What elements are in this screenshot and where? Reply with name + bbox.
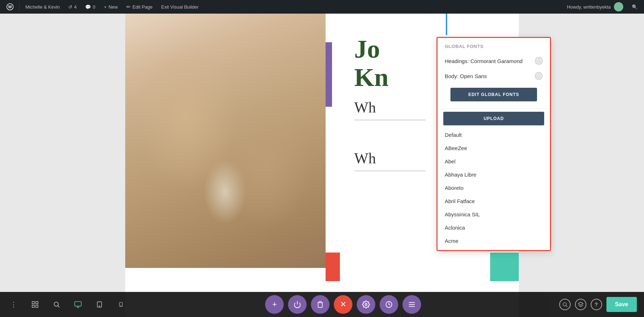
font-item-aclonica[interactable]: Aclonica bbox=[438, 221, 550, 234]
revisions-icon: ↺ bbox=[68, 4, 72, 10]
toolbar-center: + ✕ bbox=[265, 295, 421, 314]
howdy-label: Howdy, writtenbyekta bbox=[567, 4, 611, 10]
body-globe-icon[interactable] bbox=[535, 72, 543, 80]
admin-search-btn[interactable]: 🔍 bbox=[628, 0, 641, 14]
svg-line-9 bbox=[58, 306, 60, 308]
revisions-count: 4 bbox=[74, 4, 77, 10]
font-panel-header: Global Fonts Headings: Cormorant Garamon… bbox=[438, 38, 550, 109]
font-item-default[interactable]: Default bbox=[438, 128, 550, 141]
site-name[interactable]: Michelle & Kevin bbox=[22, 0, 63, 14]
admin-bar-right: Howdy, writtenbyekta 🔍 bbox=[563, 0, 641, 14]
page-canvas: ⋮ ⋮ Jo Kn Wh 12, 2025 4:00pm Wh bbox=[125, 14, 519, 317]
pencil-icon: ✏ bbox=[126, 4, 131, 10]
divider-2 bbox=[354, 170, 426, 171]
exit-builder-btn[interactable]: Exit Visual Builder bbox=[158, 0, 203, 14]
toolbar-grid-btn[interactable] bbox=[29, 298, 42, 311]
toolbar-close-btn[interactable]: ✕ bbox=[334, 295, 352, 314]
svg-rect-7 bbox=[36, 305, 38, 307]
hands-photo bbox=[125, 14, 326, 268]
toolbar-search-view-btn[interactable] bbox=[50, 298, 63, 311]
save-button[interactable]: Save bbox=[606, 297, 637, 312]
svg-rect-5 bbox=[36, 302, 38, 304]
body-font-label: Body: Open Sans bbox=[445, 73, 487, 79]
red-accent-block bbox=[326, 253, 340, 281]
avatar bbox=[614, 2, 623, 11]
new-label: New bbox=[108, 4, 118, 10]
headings-globe-icon[interactable] bbox=[535, 57, 543, 65]
plus-icon: + bbox=[272, 300, 277, 309]
close-icon: ✕ bbox=[340, 300, 346, 309]
svg-point-16 bbox=[121, 306, 121, 306]
svg-rect-10 bbox=[75, 302, 81, 306]
font-item-abril[interactable]: Abril Fatface bbox=[438, 194, 550, 208]
toolbar-mobile-btn[interactable] bbox=[114, 298, 127, 311]
page-area: ⋮ ⋮ Jo Kn Wh 12, 2025 4:00pm Wh bbox=[0, 14, 644, 317]
edit-global-fonts-button[interactable]: EDIT GLOBAL FONTS bbox=[450, 88, 537, 101]
toolbar-dots-btn[interactable]: ⋮ bbox=[7, 298, 20, 311]
admin-bar: W Michelle & Kevin ↺ 4 💬 0 + New ✏ Edit … bbox=[0, 0, 644, 14]
wh-label-2: Wh bbox=[354, 150, 376, 167]
image-block bbox=[125, 14, 326, 268]
toolbar-dots-icon: ⋮ bbox=[10, 301, 17, 308]
comments-count: 0 bbox=[93, 4, 95, 10]
toolbar-desktop-btn[interactable] bbox=[72, 298, 84, 311]
toolbar-search-icon[interactable] bbox=[559, 299, 571, 310]
heading-partial-2: Kn bbox=[354, 63, 389, 92]
separator bbox=[19, 3, 20, 11]
comments-btn[interactable]: 💬 0 bbox=[82, 0, 99, 14]
headings-font-label: Headings: Cormorant Garamond bbox=[445, 58, 523, 64]
svg-rect-6 bbox=[32, 305, 34, 307]
font-item-abyssinica[interactable]: Abyssinica SIL bbox=[438, 208, 550, 221]
revisions-btn[interactable]: ↺ 4 bbox=[65, 0, 80, 14]
svg-line-24 bbox=[566, 306, 567, 307]
svg-point-14 bbox=[99, 306, 100, 307]
howdy-btn[interactable]: Howdy, writtenbyekta bbox=[563, 0, 627, 14]
toolbar-right: ? Save bbox=[559, 297, 644, 312]
toolbar-left: ⋮ bbox=[0, 298, 127, 311]
toolbar-trash-btn[interactable] bbox=[311, 295, 330, 314]
font-list: Default ABeeZee Abel Abhaya Libre Aboret… bbox=[438, 128, 550, 250]
heading-partial-1: Jo bbox=[354, 35, 380, 63]
svg-point-18 bbox=[365, 303, 367, 306]
svg-point-8 bbox=[54, 302, 58, 306]
toolbar-add-btn[interactable]: + bbox=[265, 295, 284, 314]
plus-icon: + bbox=[104, 4, 107, 10]
toolbar-history-btn[interactable] bbox=[380, 295, 398, 314]
new-btn[interactable]: + New bbox=[101, 0, 122, 14]
svg-rect-4 bbox=[32, 302, 34, 304]
svg-marker-25 bbox=[578, 302, 583, 305]
search-icon: 🔍 bbox=[632, 4, 638, 10]
upload-button[interactable]: UPLOAD bbox=[443, 112, 544, 125]
question-icon: ? bbox=[595, 302, 598, 307]
comments-icon: 💬 bbox=[85, 4, 91, 10]
divider-1 bbox=[354, 120, 426, 120]
font-panel-title: Global Fonts bbox=[445, 44, 543, 49]
svg-point-23 bbox=[563, 303, 566, 306]
toolbar-settings-btn[interactable] bbox=[357, 295, 375, 314]
toolbar-help-icon[interactable]: ? bbox=[591, 299, 602, 310]
body-font-row: Body: Open Sans bbox=[445, 68, 543, 83]
toolbar-layers-icon[interactable] bbox=[575, 299, 586, 310]
font-item-acme[interactable]: Acme bbox=[438, 234, 550, 248]
font-item-aboreto[interactable]: Aboreto bbox=[438, 181, 550, 194]
svg-text:W: W bbox=[8, 5, 12, 9]
edit-page-label: Edit Page bbox=[132, 4, 152, 10]
font-item-abhaya[interactable]: Abhaya Libre bbox=[438, 168, 550, 181]
wp-logo-btn[interactable]: W bbox=[3, 0, 17, 14]
toolbar-tablet-btn[interactable] bbox=[93, 298, 106, 311]
bottom-toolbar: ⋮ + bbox=[0, 292, 644, 317]
font-item-abel[interactable]: Abel bbox=[438, 155, 550, 168]
exit-builder-label: Exit Visual Builder bbox=[161, 4, 199, 10]
font-dropdown-panel: Global Fonts Headings: Cormorant Garamon… bbox=[436, 37, 551, 251]
teal-accent-block bbox=[490, 253, 519, 281]
edit-page-btn[interactable]: ✏ Edit Page bbox=[123, 0, 156, 14]
toolbar-layout-btn[interactable] bbox=[402, 295, 421, 314]
site-name-label: Michelle & Kevin bbox=[25, 4, 60, 10]
font-item-abeezee[interactable]: ABeeZee bbox=[438, 141, 550, 155]
toolbar-power-btn[interactable] bbox=[288, 295, 307, 314]
headings-font-row: Headings: Cormorant Garamond bbox=[445, 53, 543, 68]
font-item-actor[interactable]: Actor bbox=[438, 248, 550, 250]
wh-label-1: Wh bbox=[354, 99, 376, 116]
